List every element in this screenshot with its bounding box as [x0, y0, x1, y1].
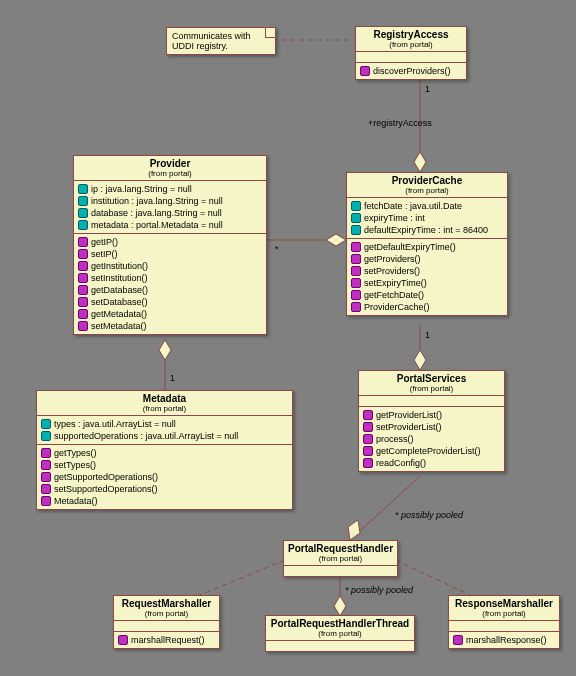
- op: setProviderList(): [376, 421, 442, 433]
- class-title: PortalRequestHandlerThread: [270, 618, 410, 629]
- attr: fetchDate : java.util.Date: [364, 200, 462, 212]
- class-portalservices: PortalServices (from portal) getProvider…: [358, 370, 505, 472]
- attribute-icon: [78, 184, 88, 194]
- class-title: RegistryAccess: [360, 29, 462, 40]
- op: setIP(): [91, 248, 118, 260]
- attr: ip : java.lang.String = null: [91, 183, 192, 195]
- op: Metadata(): [54, 495, 98, 507]
- attr: institution : java.lang.String = null: [91, 195, 223, 207]
- svg-line-9: [350, 476, 420, 540]
- operation-icon: [78, 261, 88, 271]
- class-from: (from portal): [78, 169, 262, 178]
- op: setProviders(): [364, 265, 420, 277]
- op: marshallRequest(): [131, 634, 205, 646]
- class-responsemarshaller: ResponseMarshaller (from portal) marshal…: [448, 595, 560, 649]
- operation-icon: [363, 434, 373, 444]
- operation-icon: [363, 422, 373, 432]
- class-from: (from portal): [453, 609, 555, 618]
- operation-icon: [351, 266, 361, 276]
- op: setInstitution(): [91, 272, 148, 284]
- svg-marker-4: [326, 234, 346, 246]
- mult-1c: 1: [425, 330, 430, 340]
- operation-icon: [118, 635, 128, 645]
- attribute-icon: [351, 201, 361, 211]
- role-registryaccess: +registryAccess: [368, 118, 432, 128]
- operation-icon: [78, 285, 88, 295]
- mult-1b: 1: [170, 373, 175, 383]
- op: getProviders(): [364, 253, 421, 265]
- op: getTypes(): [54, 447, 97, 459]
- operation-icon: [363, 410, 373, 420]
- class-from: (from portal): [41, 404, 288, 413]
- class-providercache: ProviderCache (from portal) fetchDate : …: [346, 172, 508, 316]
- class-portalrequesthandlerthread: PortalRequestHandlerThread (from portal): [265, 615, 415, 652]
- note-line2: UDDI registry.: [172, 41, 228, 51]
- attribute-icon: [78, 196, 88, 206]
- class-title: PortalRequestHandler: [288, 543, 393, 554]
- constraint-pooled1: * possibly pooled: [395, 510, 463, 520]
- op: process(): [376, 433, 414, 445]
- op: setSupportedOperations(): [54, 483, 158, 495]
- attr: metadata : portal.Metadata = null: [91, 219, 223, 231]
- op: getFetchDate(): [364, 289, 424, 301]
- op: marshallResponse(): [466, 634, 547, 646]
- class-provider: Provider (from portal) ip : java.lang.St…: [73, 155, 267, 335]
- attribute-icon: [78, 220, 88, 230]
- class-requestmarshaller: RequestMarshaller (from portal) marshall…: [113, 595, 220, 649]
- attribute-icon: [78, 208, 88, 218]
- class-title: ResponseMarshaller: [453, 598, 555, 609]
- op: setTypes(): [54, 459, 96, 471]
- op: setMetadata(): [91, 320, 147, 332]
- attribute-icon: [351, 225, 361, 235]
- attr: defaultExpiryTime : int = 86400: [364, 224, 488, 236]
- operation-icon: [453, 635, 463, 645]
- class-registryaccess: RegistryAccess (from portal) discoverPro…: [355, 26, 467, 80]
- class-from: (from portal): [118, 609, 215, 618]
- attribute-icon: [41, 431, 51, 441]
- class-from: (from portal): [288, 554, 393, 563]
- class-title: ProviderCache: [351, 175, 503, 186]
- operation-icon: [41, 484, 51, 494]
- operation-icon: [41, 496, 51, 506]
- op: getDefaultExpiryTime(): [364, 241, 456, 253]
- operation-icon: [78, 249, 88, 259]
- op: getCompleteProviderList(): [376, 445, 481, 457]
- attr: types : java.util.ArrayList = null: [54, 418, 176, 430]
- operation-icon: [363, 446, 373, 456]
- op: setExpiryTime(): [364, 277, 427, 289]
- note-uddi: Communicates with UDDI registry.: [166, 27, 276, 55]
- op: getInstitution(): [91, 260, 148, 272]
- class-title: RequestMarshaller: [118, 598, 215, 609]
- svg-marker-14: [334, 596, 346, 616]
- operation-icon: [78, 297, 88, 307]
- attr: expiryTime : int: [364, 212, 425, 224]
- operation-icon: [351, 254, 361, 264]
- class-from: (from portal): [351, 186, 503, 195]
- svg-marker-8: [414, 350, 426, 370]
- operation-icon: [363, 458, 373, 468]
- svg-marker-2: [414, 152, 426, 172]
- operation-icon: [41, 460, 51, 470]
- svg-marker-6: [159, 340, 171, 360]
- operation-icon: [41, 472, 51, 482]
- operation-icon: [78, 273, 88, 283]
- note-line1: Communicates with: [172, 31, 251, 41]
- class-title: Metadata: [41, 393, 288, 404]
- operation-icon: [78, 309, 88, 319]
- op: ProviderCache(): [364, 301, 430, 313]
- operation-icon: [78, 321, 88, 331]
- op: getSupportedOperations(): [54, 471, 158, 483]
- op: readConfig(): [376, 457, 426, 469]
- class-title: PortalServices: [363, 373, 500, 384]
- op: getDatabase(): [91, 284, 148, 296]
- op: getMetadata(): [91, 308, 147, 320]
- attribute-icon: [351, 213, 361, 223]
- svg-marker-10: [348, 520, 360, 540]
- class-title: Provider: [78, 158, 262, 169]
- class-from: (from portal): [363, 384, 500, 393]
- op: getProviderList(): [376, 409, 442, 421]
- op: setDatabase(): [91, 296, 148, 308]
- mult-1: 1: [425, 84, 430, 94]
- operation-icon: [78, 237, 88, 247]
- op: discoverProviders(): [373, 65, 451, 77]
